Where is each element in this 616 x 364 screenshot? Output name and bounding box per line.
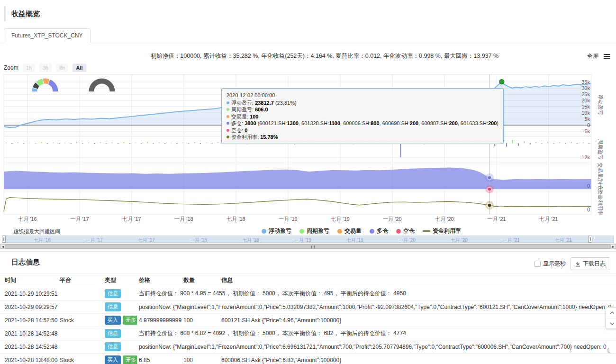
legend-marker-icon	[423, 230, 430, 232]
navigator-label: 一月 '17	[86, 237, 103, 244]
capital-utilization-series	[4, 198, 591, 212]
y-axis-label: 25k	[581, 91, 590, 97]
download-icon	[575, 261, 580, 267]
cell-amount: 100	[181, 354, 219, 364]
chevron-up-icon	[610, 311, 615, 314]
hover-point-short	[488, 187, 491, 191]
type-badge: 信息	[105, 342, 121, 351]
panel-4-frame	[4, 191, 591, 214]
scroll-up-button[interactable]	[606, 308, 616, 318]
series-dot-icon	[226, 108, 229, 111]
x-axis-label: 一月 '20	[383, 216, 401, 222]
y-axis-title: 交易量/持仓	[598, 163, 603, 190]
type-badge: 开多	[123, 355, 137, 364]
cell-amount: 100	[181, 314, 219, 327]
holdings-pie-long	[38, 82, 43, 84]
legend-item[interactable]: 浮动盈亏	[262, 227, 291, 235]
x-axis-label: 七月 '18	[226, 216, 245, 222]
cell-info: 600006.SH Ask {"Price":6.83,"Amount":100…	[219, 354, 616, 364]
log-table-row[interactable]: 2021-10-29 10:29:51信息当前持仓价值： 900 * 4.95 …	[0, 287, 616, 300]
type-badge: 买入	[105, 316, 121, 325]
cell-price: 4.9799999999999995	[137, 314, 181, 327]
navigator-label: 一月 '21	[503, 237, 520, 244]
show-ms-checkbox[interactable]	[534, 261, 541, 267]
cell-platform	[58, 340, 103, 354]
y-axis-label: 0	[587, 183, 590, 189]
series-dot-icon	[226, 115, 229, 118]
cell-time: 2021-10-28 14:52:48	[0, 327, 58, 340]
range-navigator[interactable]: 七月 '16一月 '17七月 '17一月 '18七月 '18一月 '19七月 '…	[2, 236, 614, 243]
cell-time: 2021-10-29 09:29:57	[0, 300, 58, 314]
series-dot-icon	[226, 122, 229, 125]
log-table-row[interactable]: 2021-10-28 13:48:00Stock买入开多6.8510060000…	[0, 354, 616, 364]
holdings-pie-short	[91, 81, 112, 91]
navigator-right-handle[interactable]	[589, 236, 592, 243]
legend-marker-icon	[299, 229, 304, 234]
cell-time: 2021-10-28 14:52:48	[0, 340, 58, 354]
legend-item[interactable]: 交易量	[337, 227, 362, 235]
x-axis-label: 一月 '18	[174, 216, 193, 222]
legend-item[interactable]: 周期盈亏	[299, 227, 329, 235]
cell-message: positionNow: {"MarginLevel":1,"FrozenAmo…	[137, 340, 616, 354]
tooltip-line: 多仓: 3800 (600121.SH:1300, 601328.SH:1100…	[226, 120, 498, 127]
y-axis-label: 0	[587, 207, 590, 212]
type-badge: 买入	[105, 355, 121, 364]
y-axis-label: -12k	[580, 155, 590, 160]
tooltip-line: 周期盈亏: 606.0	[226, 106, 498, 113]
download-log-button[interactable]: 下载日志	[571, 257, 610, 270]
y-axis-label: -5k	[583, 128, 590, 134]
peak-marker	[499, 80, 504, 84]
cell-time: 2021-10-28 14:52:50	[0, 314, 58, 327]
x-axis-label: 七月 '20	[435, 216, 453, 222]
y-axis-title: 周期盈亏	[598, 139, 603, 160]
scroll-down-button[interactable]	[606, 318, 616, 328]
log-table-row[interactable]: 2021-10-28 14:52:48信息positionNow: {"Marg…	[0, 340, 616, 354]
log-title: 日志信息	[11, 258, 40, 267]
log-section: 日志信息 显示毫秒 下载日志 时间平台类型价格数量信息 2021-10-29 1…	[0, 251, 616, 364]
navigator-label: 七月 '18	[242, 237, 259, 244]
legend-item[interactable]: 空仓	[396, 227, 415, 235]
log-column-header: 时间	[0, 274, 58, 287]
navigator-left-handle[interactable]	[2, 236, 6, 243]
log-column-header: 价格	[137, 274, 181, 287]
hover-point-long	[488, 176, 491, 180]
hover-point-capital	[488, 203, 491, 207]
log-controls: 显示毫秒 下载日志	[534, 257, 610, 270]
series-dot-icon	[226, 129, 229, 132]
y-axis-title: 资金利用率	[598, 190, 603, 216]
holdings-pie-long	[44, 81, 49, 82]
tooltip-line: 空仓: 0	[226, 127, 498, 134]
tab-futures-xtp-stock-cny[interactable]: Futures_XTP_STOCK_CNY	[4, 28, 91, 42]
cell-platform: Stock	[58, 314, 103, 327]
cell-message: 当前持仓价值： 900 * 4.95 = 4455， 初期价值： 5000， 本…	[137, 287, 616, 300]
cell-message: 当前持仓价值： 600 * 6.82 = 4092， 初期价值： 5000， 本…	[137, 327, 616, 340]
x-axis-label: 七月 '17	[122, 216, 141, 222]
y-axis-label: 30k	[581, 85, 590, 91]
log-table-row[interactable]: 2021-10-29 09:29:57信息positionNow: {"Marg…	[0, 300, 616, 314]
series-dot-icon	[226, 136, 229, 138]
x-axis-label: 一月 '17	[70, 216, 89, 222]
navigator-label: 一月 '18	[190, 237, 207, 244]
tooltip-date: 2020-12-02 00:00:00	[226, 92, 498, 99]
x-axis-label: 一月 '21	[487, 216, 506, 222]
cell-time: 2021-10-29 10:29:51	[0, 287, 58, 300]
log-table-row[interactable]: 2021-10-28 14:52:50Stock买入开多4.9799999999…	[0, 314, 616, 327]
cell-platform: Stock	[58, 354, 103, 364]
navigator-label: 一月 '20	[399, 237, 416, 244]
cell-platform	[58, 287, 103, 300]
type-badge: 信息	[105, 302, 121, 311]
holdings-pie-long	[49, 82, 55, 91]
type-badge: 开多	[123, 316, 137, 325]
legend-item[interactable]: 资金利用率	[423, 227, 461, 235]
navigator-label: 一月 '19	[294, 237, 311, 244]
navigator-label: 七月 '16	[34, 237, 51, 244]
log-table-row[interactable]: 2021-10-28 14:52:48信息当前持仓价值： 600 * 6.82 …	[0, 327, 616, 340]
cell-message: positionNow: {"MarginLevel":1,"FrozenAmo…	[137, 300, 616, 314]
log-table-header: 时间平台类型价格数量信息	[0, 274, 616, 287]
y-axis-label: 5k	[584, 116, 590, 122]
cell-type: 信息	[103, 327, 137, 340]
legend-item[interactable]: 多仓	[370, 227, 388, 235]
log-column-header: 类型	[103, 274, 137, 287]
log-column-header: 数量	[181, 274, 219, 287]
cell-time: 2021-10-28 13:48:00	[0, 354, 58, 364]
